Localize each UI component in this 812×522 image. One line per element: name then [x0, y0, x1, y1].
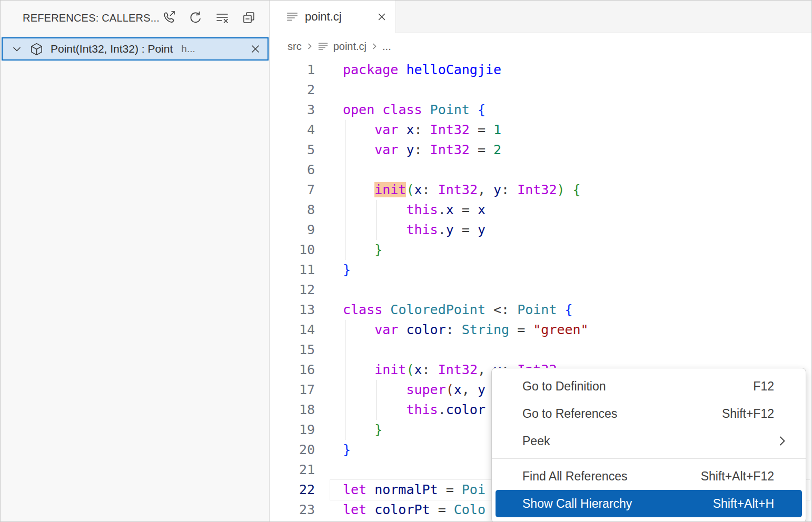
- code-text: }: [343, 260, 351, 280]
- menu-item-label: Find All References: [522, 469, 685, 484]
- menu-separator: [492, 458, 806, 459]
- code-text: this.y = y: [343, 220, 486, 240]
- code-text: open class Point {: [343, 100, 486, 120]
- line-number: 20: [270, 440, 315, 460]
- code-line-9[interactable]: 9 this.y = y: [270, 220, 811, 240]
- code-line-15[interactable]: 15: [270, 340, 811, 360]
- line-number: 2: [270, 80, 315, 100]
- line-number: 8: [270, 200, 315, 220]
- submenu-chevron-icon: [779, 435, 786, 447]
- code-line-13[interactable]: 13class ColoredPoint <: Point {: [270, 300, 811, 320]
- code-text: var x: Int32 = 1: [343, 120, 501, 140]
- line-number: 6: [270, 160, 315, 180]
- line-number: 1: [270, 60, 315, 80]
- show-outgoing-calls-icon[interactable]: [160, 9, 177, 27]
- breadcrumb: src point.cj ...: [270, 33, 811, 59]
- collapse-all-icon[interactable]: [240, 9, 258, 27]
- line-number: 11: [270, 260, 315, 280]
- tree-item-description: h...: [181, 43, 195, 55]
- line-number: 22: [270, 480, 315, 500]
- code-line-7[interactable]: 7 init(x: Int32, y: Int32) {: [270, 180, 811, 200]
- symbol-class-icon: [29, 42, 44, 56]
- line-number: 5: [270, 140, 315, 160]
- breadcrumb-symbol[interactable]: ...: [382, 41, 391, 53]
- line-number: 9: [270, 220, 315, 240]
- menu-item-shortcut: Shift+F12: [722, 407, 786, 421]
- menu-item-go-to-definition[interactable]: Go to DefinitionF12: [492, 373, 806, 400]
- vscode-window: REFERENCES: CALLERS...: [0, 0, 812, 522]
- code-line-2[interactable]: 2: [270, 80, 811, 100]
- refresh-icon[interactable]: [186, 9, 204, 27]
- code-text: class ColoredPoint <: Point {: [343, 300, 573, 320]
- line-number: 12: [270, 280, 315, 300]
- line-number: 23: [270, 500, 315, 520]
- code-line-10[interactable]: 10 }: [270, 240, 811, 260]
- word-highlight: init: [374, 182, 406, 197]
- chevron-right-icon: [306, 42, 313, 51]
- tab-close-icon[interactable]: [377, 12, 387, 22]
- code-text: this.x = x: [343, 200, 486, 220]
- code-line-6[interactable]: 6: [270, 160, 811, 180]
- menu-item-label: Go to Definition: [522, 379, 737, 394]
- editor-pane: point.cj src: [270, 1, 811, 521]
- code-text: init(x: Int32, y: Int32) {: [343, 180, 581, 200]
- code-text: this.color: [343, 400, 486, 420]
- sidebar-header: REFERENCES: CALLERS...: [1, 1, 269, 35]
- menu-item-shortcut: Shift+Alt+H: [713, 497, 786, 511]
- line-number: 16: [270, 360, 315, 380]
- tab-point-cj[interactable]: point.cj: [270, 1, 396, 33]
- line-number: 10: [270, 240, 315, 260]
- menu-item-shortcut: F12: [753, 379, 786, 394]
- breadcrumb-src[interactable]: src: [288, 41, 302, 53]
- line-number: 3: [270, 100, 315, 120]
- tree-item-label: Point(Int32, Int32) : Point: [51, 43, 173, 55]
- code-text: var color: String = "green": [343, 320, 589, 340]
- line-number: 18: [270, 400, 315, 420]
- code-text: var y: Int32 = 2: [343, 140, 501, 160]
- code-text: let colorPt = Colo: [343, 500, 486, 520]
- menu-item-label: Peek: [522, 434, 779, 448]
- line-number: 19: [270, 420, 315, 440]
- call-hierarchy-tree-item[interactable]: Point(Int32, Int32) : Point h...: [2, 37, 269, 61]
- close-icon[interactable]: [250, 43, 261, 55]
- menu-item-find-all-references[interactable]: Find All ReferencesShift+Alt+F12: [492, 463, 806, 490]
- chevron-down-icon[interactable]: [11, 43, 23, 55]
- line-number: 4: [270, 120, 315, 140]
- code-text: }: [343, 240, 382, 260]
- menu-item-peek[interactable]: Peek: [492, 427, 806, 455]
- code-line-14[interactable]: 14 var color: String = "green": [270, 320, 811, 340]
- code-line-1[interactable]: 1package helloCangjie: [270, 60, 811, 80]
- tab-bar: point.cj: [270, 1, 811, 33]
- menu-item-label: Show Call Hierarchy: [522, 497, 697, 511]
- sidebar-toolbar: [160, 9, 258, 27]
- code-text: let normalPt = Poi: [343, 480, 486, 500]
- code-line-12[interactable]: 12: [270, 280, 811, 300]
- code-text: package helloCangjie: [343, 60, 501, 80]
- menu-item-show-call-hierarchy[interactable]: Show Call HierarchyShift+Alt+H: [496, 490, 802, 517]
- line-number: 13: [270, 300, 315, 320]
- code-line-3[interactable]: 3open class Point {: [270, 100, 811, 120]
- clear-results-icon[interactable]: [213, 9, 231, 27]
- references-sidebar: REFERENCES: CALLERS...: [1, 1, 270, 521]
- line-number: 21: [270, 460, 315, 480]
- file-icon: [318, 41, 329, 52]
- line-number: 7: [270, 180, 315, 200]
- code-line-4[interactable]: 4 var x: Int32 = 1: [270, 120, 811, 140]
- code-line-8[interactable]: 8 this.x = x: [270, 200, 811, 220]
- code-line-11[interactable]: 11}: [270, 260, 811, 280]
- code-text: super(x, y: [343, 380, 486, 400]
- code-text: }: [343, 420, 382, 440]
- menu-item-shortcut: Shift+Alt+F12: [701, 469, 786, 484]
- file-icon: [286, 11, 299, 23]
- code-text: }: [343, 440, 351, 460]
- editor-context-menu: Go to DefinitionF12Go to ReferencesShift…: [491, 368, 806, 522]
- menu-item-label: Go to References: [522, 407, 706, 421]
- breadcrumb-file[interactable]: point.cj: [333, 41, 367, 53]
- sidebar-title: REFERENCES: CALLERS...: [23, 12, 160, 24]
- line-number: 17: [270, 380, 315, 400]
- line-number: 15: [270, 340, 315, 360]
- code-line-5[interactable]: 5 var y: Int32 = 2: [270, 140, 811, 160]
- menu-item-go-to-references[interactable]: Go to ReferencesShift+F12: [492, 400, 806, 427]
- tab-label: point.cj: [305, 10, 342, 24]
- line-number: 14: [270, 320, 315, 340]
